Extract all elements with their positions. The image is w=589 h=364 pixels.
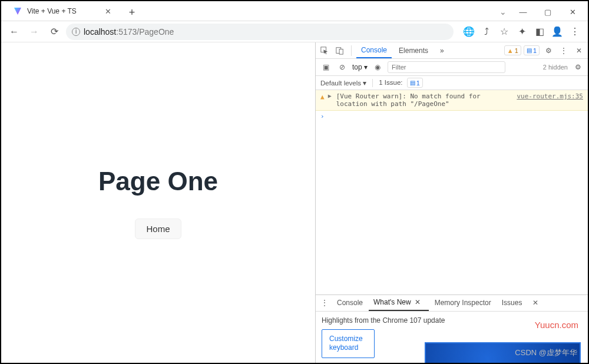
console-levels-bar: Default levels ▾ 1 Issue: ▤1 xyxy=(316,76,588,90)
devtools-menu-icon[interactable]: ⋮ xyxy=(557,47,570,55)
console-filter-input[interactable] xyxy=(388,61,505,73)
chevron-down-icon[interactable]: ⌄ xyxy=(499,7,507,16)
close-icon[interactable]: ✕ xyxy=(411,298,424,306)
menu-icon[interactable]: ⋮ xyxy=(567,24,583,40)
drawer-tab-whatsnew[interactable]: What's New✕ xyxy=(369,295,429,311)
clear-console-icon[interactable]: ⊘ xyxy=(336,63,349,71)
share-icon[interactable]: ⤴ xyxy=(478,24,495,40)
tab-more[interactable]: » xyxy=(435,42,449,58)
divider xyxy=(372,79,373,87)
warning-icon: ▲ xyxy=(507,47,514,54)
bookmark-icon[interactable]: ☆ xyxy=(496,24,512,40)
sidebar-toggle-icon[interactable]: ▣ xyxy=(319,63,332,71)
reload-button[interactable]: ⟳ xyxy=(46,24,62,40)
new-tab-button[interactable]: + xyxy=(124,4,140,21)
svg-rect-3 xyxy=(339,49,343,54)
console-prompt[interactable]: › xyxy=(316,111,588,122)
warning-triangle-icon: ▲ xyxy=(320,93,325,101)
profile-icon[interactable]: 👤 xyxy=(549,24,565,40)
page-heading: Page One xyxy=(98,167,218,196)
console-warning-row[interactable]: ▲ ▶ [Vue Router warn]: No match found fo… xyxy=(316,90,588,111)
devtools-close-icon[interactable]: ✕ xyxy=(573,47,585,55)
back-button[interactable]: ← xyxy=(6,24,22,40)
drawer-tab-console[interactable]: Console xyxy=(332,295,368,311)
browser-tab[interactable]: Vite + Vue + TS ✕ xyxy=(6,2,118,21)
url-host: localhost xyxy=(84,27,116,37)
home-button[interactable]: Home xyxy=(135,219,181,239)
drawer-tabbar: ⋮ Console What's New✕ Memory Inspector I… xyxy=(316,295,588,312)
window-titlebar: Vite + Vue + TS ✕ + ⌄ — ▢ ✕ xyxy=(1,1,588,21)
context-selector[interactable]: top ▾ xyxy=(352,63,368,71)
drawer-close-icon[interactable]: ✕ xyxy=(529,299,542,307)
address-bar[interactable]: i localhost:5173/PageOne xyxy=(66,24,454,40)
tab-elements[interactable]: Elements xyxy=(394,42,433,58)
inspect-icon[interactable] xyxy=(318,47,331,55)
webpage-viewport: Page One Home xyxy=(1,42,315,363)
sidepanel-icon[interactable]: ◧ xyxy=(531,24,548,40)
tab-console[interactable]: Console xyxy=(356,42,392,58)
levels-dropdown[interactable]: Default levels ▾ xyxy=(320,79,366,87)
browser-toolbar: ← → ⟳ i localhost:5173/PageOne 🌐 ⤴ ☆ ✦ ◧… xyxy=(1,21,588,42)
devtools-panel: Console Elements » ▲1 ▤1 ⚙ ⋮ ✕ ▣ ⊘ top ▾… xyxy=(315,42,588,363)
forward-button[interactable]: → xyxy=(26,24,42,40)
whatsnew-card[interactable]: Customize keyboard xyxy=(322,329,375,358)
drawer-tab-issues[interactable]: Issues xyxy=(497,295,527,311)
console-message-text: [Vue Router warn]: No match found for lo… xyxy=(336,92,509,108)
content-area: Page One Home Console Elements » ▲1 ▤1 ⚙… xyxy=(1,42,588,363)
svg-marker-0 xyxy=(14,8,21,15)
extensions-icon[interactable]: ✦ xyxy=(514,24,530,40)
watermark-author: CSDN @虚梦年华 xyxy=(515,348,577,358)
drawer-menu-icon[interactable]: ⋮ xyxy=(318,299,331,307)
hidden-count[interactable]: 2 hidden xyxy=(543,64,568,71)
tab-title: Vite + Vue + TS xyxy=(27,7,77,15)
settings-icon[interactable]: ⚙ xyxy=(542,47,555,55)
console-settings-icon[interactable]: ⚙ xyxy=(571,63,584,71)
site-info-icon[interactable]: i xyxy=(72,28,80,36)
divider xyxy=(351,45,352,56)
message-icon: ▤ xyxy=(527,47,532,54)
devtools-tabbar: Console Elements » ▲1 ▤1 ⚙ ⋮ ✕ xyxy=(316,42,588,59)
vite-favicon-icon xyxy=(13,6,22,16)
console-source-link[interactable]: vue-router.mjs:35 xyxy=(517,92,583,100)
console-toolbar: ▣ ⊘ top ▾ ◉ 2 hidden ⚙ xyxy=(316,59,588,76)
expand-caret-icon[interactable]: ▶ xyxy=(328,92,332,99)
url-path: :5173/PageOne xyxy=(116,27,174,37)
warnings-badge[interactable]: ▲1 xyxy=(504,45,521,55)
close-window-button[interactable]: ✕ xyxy=(561,4,584,19)
maximize-button[interactable]: ▢ xyxy=(536,4,560,19)
translate-icon[interactable]: 🌐 xyxy=(461,24,477,40)
watermark-site: Yuucn.com xyxy=(535,320,578,330)
issues-link[interactable]: 1 Issue: ▤1 xyxy=(379,78,423,88)
device-toggle-icon[interactable] xyxy=(333,47,346,55)
drawer-tab-memory[interactable]: Memory Inspector xyxy=(430,295,496,311)
live-expression-icon[interactable]: ◉ xyxy=(371,63,384,71)
minimize-button[interactable]: — xyxy=(511,4,535,19)
close-tab-icon[interactable]: ✕ xyxy=(105,7,111,16)
messages-badge[interactable]: ▤1 xyxy=(524,45,540,55)
